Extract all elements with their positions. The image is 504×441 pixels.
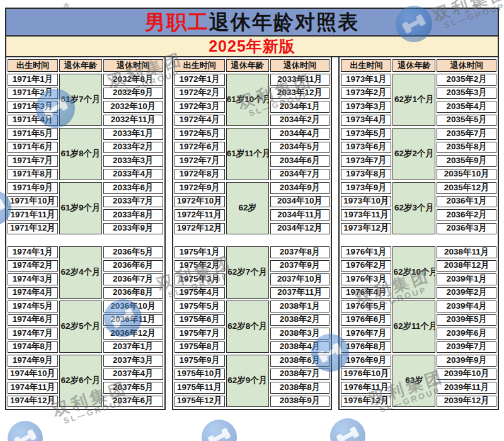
retirement-date-cell: 2036年11月	[103, 314, 163, 326]
birth-date-cell: 1971年2月	[8, 88, 58, 100]
birth-date-cell: 1973年6月	[341, 142, 391, 154]
title-bar: 男职工退休年龄对照表	[5, 8, 499, 37]
retirement-date-cell: 2036年12月	[103, 328, 163, 340]
table-row: 1971年1月61岁7个月2032年8月	[8, 74, 163, 86]
table-group-2: 出生时间 退休年龄 退休时间 1972年1月61岁10个月2033年11月197…	[172, 56, 333, 410]
col-header-retire: 退休时间	[270, 59, 330, 72]
retirement-date-cell: 2033年3月	[103, 155, 163, 167]
birth-date-cell: 1976年6月	[341, 314, 391, 326]
retirement-date-cell: 2038年11月	[437, 246, 496, 258]
birth-date-cell: 1974年10月	[8, 369, 58, 381]
table-group-1: 出生时间 退休年龄 退休时间 1971年1月61岁7个月2032年8月1971年…	[5, 56, 166, 410]
table-row: 1975年9月62岁9个月2038年6月	[175, 355, 330, 367]
retirement-date-cell: 2033年4月	[103, 169, 163, 181]
retirement-age-cell: 61岁8个月	[59, 128, 102, 180]
retirement-date-cell: 2037年11月	[270, 287, 330, 299]
birth-date-cell: 1976年3月	[341, 273, 391, 285]
birth-date-cell: 1975年3月	[175, 273, 225, 285]
retirement-date-cell: 2038年8月	[270, 382, 330, 394]
retirement-date-cell: 2032年10月	[103, 101, 163, 113]
separator-row	[341, 236, 496, 244]
table-row: 1974年5月62岁5个月2036年10月	[8, 301, 163, 312]
birth-date-cell: 1975年9月	[175, 355, 225, 367]
birth-date-cell: 1973年5月	[341, 128, 391, 140]
birth-date-cell: 1974年8月	[8, 341, 58, 353]
col-header-age: 退休年龄	[59, 59, 102, 72]
retirement-date-cell: 2034年2月	[270, 115, 330, 127]
birth-date-cell: 1971年11月	[8, 209, 58, 221]
retirement-age-cell: 62岁4个月	[59, 246, 102, 299]
retirement-date-cell: 2038年1月	[270, 301, 330, 312]
col-header-age: 退休年龄	[392, 59, 435, 72]
birth-date-cell: 1974年1月	[8, 246, 58, 258]
birth-date-cell: 1971年5月	[8, 128, 58, 140]
retirement-date-cell: 2035年5月	[437, 115, 496, 127]
table-row: 1971年9月61岁9个月2033年6月	[8, 182, 163, 194]
retirement-date-cell: 2035年10月	[437, 169, 496, 181]
retirement-age-cell: 62岁11个月	[392, 301, 435, 353]
birth-date-cell: 1973年9月	[341, 182, 391, 194]
birth-date-cell: 1974年5月	[8, 301, 58, 312]
retirement-age-cell: 62岁7个月	[226, 246, 269, 299]
retirement-date-cell: 2034年9月	[270, 182, 330, 194]
birth-date-cell: 1973年12月	[341, 223, 391, 235]
retirement-age-cell: 62岁9个月	[226, 355, 269, 407]
birth-date-cell: 1974年12月	[8, 396, 58, 408]
retirement-date-cell: 2034年5月	[270, 142, 330, 154]
birth-date-cell: 1973年10月	[341, 196, 391, 208]
birth-date-cell: 1976年1月	[341, 246, 391, 258]
birth-date-cell: 1972年1月	[175, 74, 225, 86]
birth-date-cell: 1971年9月	[8, 182, 58, 194]
table-row: 1976年5月62岁11个月2039年4月	[341, 301, 496, 312]
col-header-birth: 出生时间	[8, 59, 58, 72]
retirement-date-cell: 2032年11月	[103, 115, 163, 127]
birth-date-cell: 1972年5月	[175, 128, 225, 140]
col-header-retire: 退休时间	[437, 59, 496, 72]
birth-date-cell: 1972年12月	[175, 223, 225, 235]
birth-date-cell: 1975年11月	[175, 382, 225, 394]
retirement-age-cell: 63岁	[392, 355, 435, 407]
retirement-date-cell: 2039年6月	[437, 328, 496, 340]
retirement-date-cell: 2033年8月	[103, 209, 163, 221]
table-row: 1973年9月62岁3个月2035年12月	[341, 182, 496, 194]
birth-date-cell: 1971年3月	[8, 101, 58, 113]
company-logo-icon	[202, 420, 237, 441]
table-group-3: 出生时间 退休年龄 退休时间 1973年1月62岁1个月2035年2月1973年…	[338, 56, 499, 410]
birth-date-cell: 1975年2月	[175, 260, 225, 272]
table-row: 1972年9月62岁2034年9月	[175, 182, 330, 194]
birth-date-cell: 1975年12月	[175, 396, 225, 408]
birth-date-cell: 1973年2月	[341, 88, 391, 100]
birth-date-cell: 1972年11月	[175, 209, 225, 221]
birth-date-cell: 1974年3月	[8, 273, 58, 285]
retirement-age-cell: 62岁10个月	[392, 246, 435, 299]
retirement-age-cell: 62岁5个月	[59, 301, 102, 353]
birth-date-cell: 1975年10月	[175, 369, 225, 381]
birth-date-cell: 1972年8月	[175, 169, 225, 181]
retirement-date-cell: 2033年2月	[103, 142, 163, 154]
retirement-date-cell: 2034年7月	[270, 169, 330, 181]
page-title-highlight: 男职工	[145, 11, 209, 33]
company-logo-icon	[8, 421, 43, 441]
birth-date-cell: 1972年4月	[175, 115, 225, 127]
retirement-age-cell: 61岁10个月	[226, 74, 269, 126]
retirement-date-cell: 2033年9月	[103, 223, 163, 235]
separator-cell	[341, 236, 496, 244]
retirement-date-cell: 2033年7月	[103, 196, 163, 208]
retirement-date-cell: 2036年10月	[103, 301, 163, 312]
retirement-table-page: 男职工退休年龄对照表 2025年新版 出生时间 退休年龄 退休时间 1971年1…	[0, 0, 504, 441]
birth-date-cell: 1971年1月	[8, 74, 58, 86]
retirement-date-cell: 2034年4月	[270, 128, 330, 140]
col-header-birth: 出生时间	[175, 59, 225, 72]
birth-date-cell: 1973年8月	[341, 169, 391, 181]
retirement-date-cell: 2036年7月	[103, 273, 163, 285]
birth-date-cell: 1974年6月	[8, 314, 58, 326]
birth-date-cell: 1976年4月	[341, 287, 391, 299]
birth-date-cell: 1976年8月	[341, 341, 391, 353]
retirement-date-cell: 2039年10月	[437, 369, 496, 381]
retirement-date-cell: 2038年4月	[270, 341, 330, 353]
table-row: 1976年9月63岁2039年9月	[341, 355, 496, 367]
birth-date-cell: 1974年4月	[8, 287, 58, 299]
retirement-age-cell: 61岁9个月	[59, 182, 102, 234]
retirement-date-cell: 2035年7月	[437, 128, 496, 140]
table-row: 1972年5月61岁11个月2034年4月	[175, 128, 330, 140]
